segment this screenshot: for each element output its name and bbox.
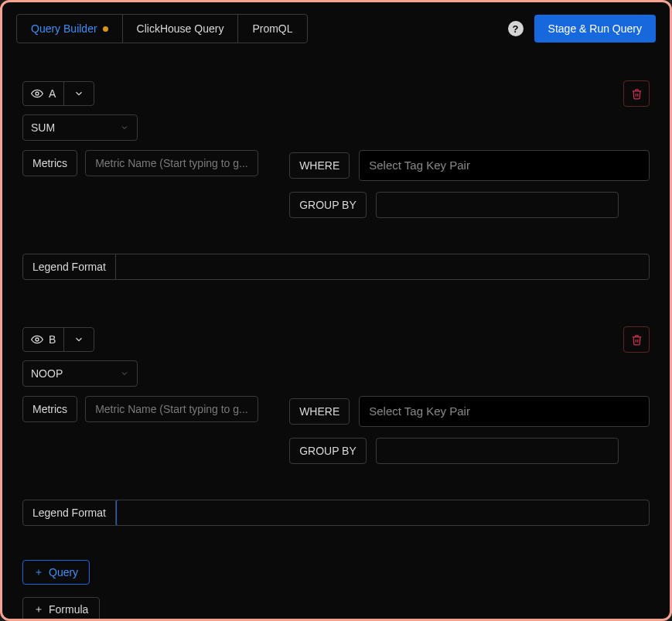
select-value: NOOP — [31, 367, 63, 380]
block-letter: A — [49, 87, 56, 100]
collapse-a[interactable] — [64, 82, 94, 105]
where-label: WHERE — [289, 398, 350, 425]
where-label: WHERE — [289, 152, 350, 179]
add-query-button[interactable]: Query — [22, 560, 90, 585]
query-block-a: A SUM — [16, 80, 656, 280]
groupby-input-a[interactable] — [376, 192, 619, 218]
aggregation-select-a[interactable]: SUM — [22, 114, 138, 141]
metric-input-a[interactable] — [85, 150, 258, 176]
where-input-a[interactable] — [359, 150, 650, 181]
stage-run-button[interactable]: Stage & Run Query — [534, 15, 656, 43]
chevron-down-icon — [120, 369, 129, 378]
plus-icon — [34, 568, 43, 577]
metrics-label: Metrics — [22, 150, 77, 176]
collapse-b[interactable] — [64, 328, 94, 351]
metric-input-b[interactable] — [85, 396, 258, 422]
groupby-label: GROUP BY — [289, 438, 367, 464]
block-letter: B — [49, 333, 56, 346]
add-formula-button[interactable]: Formula — [22, 597, 100, 621]
svg-point-1 — [36, 338, 39, 341]
plus-icon — [34, 605, 43, 614]
button-label: Query — [49, 566, 78, 578]
chevron-down-icon — [120, 123, 129, 132]
metrics-label: Metrics — [22, 396, 77, 422]
tab-clickhouse[interactable]: ClickHouse Query — [123, 15, 239, 43]
button-label: Stage & Run Query — [548, 22, 642, 35]
chevron-down-icon — [73, 88, 84, 99]
svg-point-0 — [36, 92, 39, 95]
button-label: Formula — [49, 603, 88, 616]
legend-input-a[interactable] — [116, 254, 649, 279]
legend-input-b[interactable] — [117, 500, 649, 525]
tab-label: Query Builder — [31, 22, 97, 35]
delete-block-a[interactable] — [623, 80, 650, 107]
toggle-visibility-b[interactable]: B — [23, 328, 64, 351]
chevron-down-icon — [73, 334, 84, 345]
where-input-b[interactable] — [359, 396, 650, 427]
tab-promql[interactable]: PromQL — [238, 15, 306, 43]
tab-label: PromQL — [252, 22, 292, 35]
legend-format-label: Legend Format — [23, 254, 116, 279]
trash-icon — [631, 334, 643, 346]
dirty-dot-icon — [103, 26, 108, 32]
delete-block-b[interactable] — [623, 326, 650, 353]
eye-icon — [31, 333, 43, 346]
groupby-label: GROUP BY — [289, 192, 367, 218]
select-value: SUM — [31, 121, 55, 134]
toggle-visibility-a[interactable]: A — [23, 82, 64, 105]
eye-icon — [31, 87, 43, 100]
tab-query-builder[interactable]: Query Builder — [17, 15, 123, 43]
legend-format-label: Legend Format — [23, 500, 116, 525]
tab-label: ClickHouse Query — [137, 22, 224, 35]
query-block-b: B NOOP — [16, 326, 656, 526]
help-icon[interactable]: ? — [508, 21, 524, 36]
trash-icon — [631, 88, 643, 100]
groupby-input-b[interactable] — [376, 438, 619, 464]
aggregation-select-b[interactable]: NOOP — [22, 360, 138, 387]
